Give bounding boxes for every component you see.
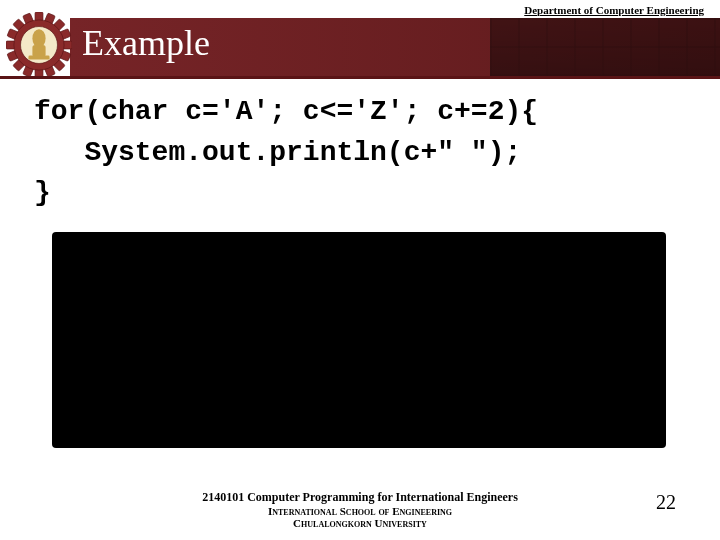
- code-block: for(char c='A'; c<='Z'; c+=2){ System.ou…: [34, 92, 538, 214]
- footer-school: International School of Engineering: [0, 505, 720, 518]
- footer-university: Chulalongkorn University: [0, 517, 720, 530]
- department-label: Department of Computer Engineering: [524, 4, 704, 16]
- svg-rect-20: [28, 56, 49, 60]
- svg-rect-19: [32, 45, 45, 57]
- code-line-3: }: [34, 177, 51, 208]
- footer: 2140101 Computer Programming for Interna…: [0, 491, 720, 530]
- university-crest-gear-icon: [6, 12, 72, 78]
- title-underline: [0, 76, 720, 79]
- footer-course: 2140101 Computer Programming for Interna…: [0, 491, 720, 505]
- svg-point-18: [32, 29, 45, 47]
- code-line-2: System.out.println(c+" ");: [34, 137, 521, 168]
- slide-title: Example: [82, 22, 210, 64]
- output-console-box: [52, 232, 666, 448]
- page-number: 22: [656, 491, 676, 514]
- code-line-1: for(char c='A'; c<='Z'; c+=2){: [34, 96, 538, 127]
- keyboard-texture: [490, 18, 720, 76]
